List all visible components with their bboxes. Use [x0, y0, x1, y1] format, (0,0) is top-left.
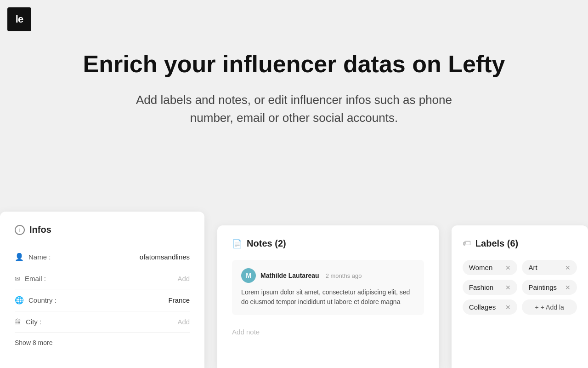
label-tag-paintings: Paintings ✕ — [522, 280, 577, 295]
labels-grid: Women ✕ Art ✕ Fashion ✕ Paintings ✕ Coll… — [463, 260, 577, 315]
remove-fashion-button[interactable]: ✕ — [505, 284, 511, 291]
labels-card-header: 🏷 Labels (6) — [463, 238, 577, 249]
hero-subtitle: Add labels and notes, or edit influencer… — [119, 91, 469, 127]
label-icon: 🏷 — [463, 239, 471, 248]
notes-card: 📄 Notes (2) M Mathilde Lautareau 2 month… — [217, 225, 439, 368]
globe-icon: 🌐 — [15, 296, 24, 305]
remove-collages-button[interactable]: ✕ — [505, 304, 511, 311]
person-icon: 👤 — [15, 253, 24, 261]
infos-card: i Infos 👤 Name : ofatomsandlines ✉ Email… — [0, 212, 204, 368]
show-more-button[interactable]: Show 8 more — [15, 339, 190, 346]
email-value[interactable]: Add — [177, 275, 190, 282]
email-icon: ✉ — [15, 275, 20, 282]
city-label: 🏛 City : — [15, 318, 41, 326]
info-row-country: 🌐 Country : France — [15, 289, 190, 311]
label-tag-women: Women ✕ — [463, 260, 518, 275]
label-tag-art: Art ✕ — [522, 260, 577, 275]
note-author-row: M Mathilde Lautareau 2 months ago — [241, 268, 415, 283]
logo-box[interactable]: le — [7, 7, 31, 31]
logo-area: le — [7, 7, 31, 31]
city-value[interactable]: Add — [177, 318, 190, 326]
hero-section: Enrich your influencer datas on Lefty Ad… — [0, 0, 588, 155]
email-label: ✉ Email : — [15, 275, 46, 282]
note-item: M Mathilde Lautareau 2 months ago Lorem … — [232, 260, 424, 315]
label-tag-collages: Collages ✕ — [463, 299, 518, 315]
notes-card-header: 📄 Notes (2) — [232, 238, 424, 249]
label-tag-fashion: Fashion ✕ — [463, 280, 518, 295]
infos-card-header: i Infos — [15, 224, 190, 235]
info-row-name: 👤 Name : ofatomsandlines — [15, 246, 190, 268]
add-label-plus-icon: + — [535, 304, 539, 311]
building-icon: 🏛 — [15, 318, 21, 326]
hero-title: Enrich your influencer datas on Lefty — [0, 51, 588, 78]
labels-card-title: Labels (6) — [475, 238, 518, 249]
add-note-input[interactable]: Add note — [232, 322, 424, 341]
note-text: Lorem ipsum dolor sit amet, consectetur … — [241, 288, 415, 307]
country-value[interactable]: France — [168, 296, 190, 304]
logo-text: le — [16, 13, 23, 25]
name-value[interactable]: ofatomsandlines — [140, 253, 190, 261]
notes-card-title: Notes (2) — [247, 238, 286, 249]
info-row-city: 🏛 City : Add — [15, 311, 190, 333]
notes-icon: 📄 — [232, 239, 242, 249]
cards-area: i Infos 👤 Name : ofatomsandlines ✉ Email… — [0, 212, 588, 368]
add-label-text: + Add la — [541, 304, 564, 311]
note-time: 2 months ago — [326, 272, 362, 279]
country-label: 🌐 Country : — [15, 296, 57, 305]
author-name: Mathilde Lautareau — [260, 272, 319, 279]
info-icon: i — [15, 225, 25, 235]
name-label: 👤 Name : — [15, 253, 51, 261]
remove-paintings-button[interactable]: ✕ — [565, 284, 571, 291]
info-row-email: ✉ Email : Add — [15, 268, 190, 289]
remove-art-button[interactable]: ✕ — [565, 264, 571, 271]
add-label-button[interactable]: + + Add la — [522, 299, 577, 315]
labels-card: 🏷 Labels (6) Women ✕ Art ✕ Fashion ✕ Pai… — [452, 225, 588, 368]
infos-card-title: Infos — [29, 224, 51, 235]
remove-women-button[interactable]: ✕ — [505, 264, 511, 271]
avatar: M — [241, 268, 256, 283]
